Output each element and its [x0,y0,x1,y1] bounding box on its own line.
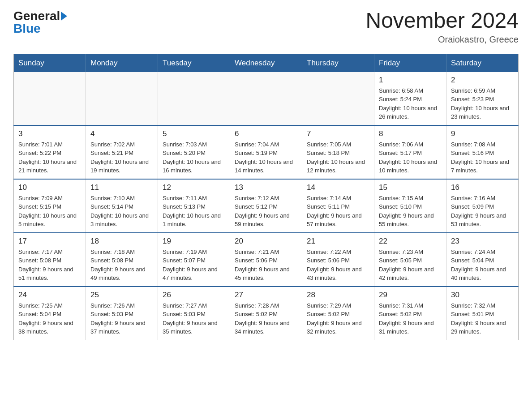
day-number: 3 [18,129,81,138]
day-cell: 23Sunrise: 7:24 AM Sunset: 5:04 PM Dayli… [446,233,519,287]
day-cell: 22Sunrise: 7:23 AM Sunset: 5:05 PM Dayli… [374,233,446,287]
day-number: 23 [451,237,514,246]
day-info: Sunrise: 7:09 AM Sunset: 5:15 PM Dayligh… [18,194,81,229]
day-info: Sunrise: 7:23 AM Sunset: 5:05 PM Dayligh… [379,248,442,283]
day-number: 4 [90,129,153,138]
day-info: Sunrise: 7:21 AM Sunset: 5:06 PM Dayligh… [235,248,297,283]
day-number: 25 [90,291,153,300]
day-cell: 30Sunrise: 7:32 AM Sunset: 5:01 PM Dayli… [446,287,519,340]
day-cell: 26Sunrise: 7:27 AM Sunset: 5:03 PM Dayli… [158,287,230,340]
day-number: 24 [18,291,81,300]
day-info: Sunrise: 7:26 AM Sunset: 5:03 PM Dayligh… [90,301,153,336]
day-cell: 13Sunrise: 7:12 AM Sunset: 5:12 PM Dayli… [230,179,302,233]
day-number: 12 [163,183,225,192]
week-row-4: 17Sunrise: 7:17 AM Sunset: 5:08 PM Dayli… [14,233,519,287]
day-header-wednesday: Wednesday [230,54,302,72]
week-row-2: 3Sunrise: 7:01 AM Sunset: 5:22 PM Daylig… [14,125,519,179]
day-info: Sunrise: 7:01 AM Sunset: 5:22 PM Dayligh… [18,140,81,175]
day-number: 14 [307,183,369,192]
day-number: 13 [235,183,297,192]
day-number: 2 [451,76,514,85]
day-cell: 14Sunrise: 7:14 AM Sunset: 5:11 PM Dayli… [302,179,374,233]
day-number: 16 [451,183,514,192]
day-number: 8 [379,129,442,138]
day-number: 18 [90,237,153,246]
day-cell: 21Sunrise: 7:22 AM Sunset: 5:06 PM Dayli… [302,233,374,287]
week-row-5: 24Sunrise: 7:25 AM Sunset: 5:04 PM Dayli… [14,287,519,340]
day-cell: 7Sunrise: 7:05 AM Sunset: 5:18 PM Daylig… [302,125,374,179]
logo: General Blue [13,9,67,36]
day-info: Sunrise: 6:59 AM Sunset: 5:23 PM Dayligh… [451,86,514,121]
day-number: 6 [235,129,297,138]
day-info: Sunrise: 7:14 AM Sunset: 5:11 PM Dayligh… [307,194,369,229]
day-info: Sunrise: 7:17 AM Sunset: 5:08 PM Dayligh… [18,248,81,283]
location-text: Oraiokastro, Greece [365,34,519,45]
day-number: 21 [307,237,369,246]
day-number: 17 [18,237,81,246]
day-cell: 27Sunrise: 7:28 AM Sunset: 5:02 PM Dayli… [230,287,302,340]
day-number: 1 [379,76,442,85]
day-info: Sunrise: 7:28 AM Sunset: 5:02 PM Dayligh… [235,301,297,336]
day-header-friday: Friday [374,54,446,72]
day-cell [230,72,302,125]
day-cell: 29Sunrise: 7:31 AM Sunset: 5:02 PM Dayli… [374,287,446,340]
day-info: Sunrise: 7:22 AM Sunset: 5:06 PM Dayligh… [307,248,369,283]
day-cell: 17Sunrise: 7:17 AM Sunset: 5:08 PM Dayli… [14,233,86,287]
day-number: 7 [307,129,369,138]
day-info: Sunrise: 7:06 AM Sunset: 5:17 PM Dayligh… [379,140,442,175]
day-number: 29 [379,291,442,300]
day-info: Sunrise: 7:29 AM Sunset: 5:02 PM Dayligh… [307,301,369,336]
day-cell: 3Sunrise: 7:01 AM Sunset: 5:22 PM Daylig… [14,125,86,179]
day-cell: 19Sunrise: 7:19 AM Sunset: 5:07 PM Dayli… [158,233,230,287]
day-info: Sunrise: 6:58 AM Sunset: 5:24 PM Dayligh… [379,86,442,121]
day-info: Sunrise: 7:24 AM Sunset: 5:04 PM Dayligh… [451,248,514,283]
day-cell: 15Sunrise: 7:15 AM Sunset: 5:10 PM Dayli… [374,179,446,233]
day-info: Sunrise: 7:16 AM Sunset: 5:09 PM Dayligh… [451,194,514,229]
day-cell: 11Sunrise: 7:10 AM Sunset: 5:14 PM Dayli… [86,179,158,233]
day-header-thursday: Thursday [302,54,374,72]
day-cell: 28Sunrise: 7:29 AM Sunset: 5:02 PM Dayli… [302,287,374,340]
week-row-1: 1Sunrise: 6:58 AM Sunset: 5:24 PM Daylig… [14,72,519,125]
day-number: 28 [307,291,369,300]
logo-blue-text: Blue [13,21,41,36]
day-cell: 10Sunrise: 7:09 AM Sunset: 5:15 PM Dayli… [14,179,86,233]
day-number: 10 [18,183,81,192]
day-info: Sunrise: 7:10 AM Sunset: 5:14 PM Dayligh… [90,194,153,229]
calendar-table: SundayMondayTuesdayWednesdayThursdayFrid… [13,54,519,340]
day-cell [14,72,86,125]
day-info: Sunrise: 7:02 AM Sunset: 5:21 PM Dayligh… [90,140,153,175]
day-header-saturday: Saturday [446,54,519,72]
day-info: Sunrise: 7:19 AM Sunset: 5:07 PM Dayligh… [163,248,225,283]
day-cell: 5Sunrise: 7:03 AM Sunset: 5:20 PM Daylig… [158,125,230,179]
day-cell: 6Sunrise: 7:04 AM Sunset: 5:19 PM Daylig… [230,125,302,179]
day-info: Sunrise: 7:15 AM Sunset: 5:10 PM Dayligh… [379,194,442,229]
day-cell: 25Sunrise: 7:26 AM Sunset: 5:03 PM Dayli… [86,287,158,340]
day-number: 20 [235,237,297,246]
logo-arrow-icon [61,12,67,21]
day-number: 5 [163,129,225,138]
day-info: Sunrise: 7:04 AM Sunset: 5:19 PM Dayligh… [235,140,297,175]
day-cell: 1Sunrise: 6:58 AM Sunset: 5:24 PM Daylig… [374,72,446,125]
day-info: Sunrise: 7:25 AM Sunset: 5:04 PM Dayligh… [18,301,81,336]
day-info: Sunrise: 7:31 AM Sunset: 5:02 PM Dayligh… [379,301,442,336]
day-number: 19 [163,237,225,246]
day-cell [86,72,158,125]
day-info: Sunrise: 7:05 AM Sunset: 5:18 PM Dayligh… [307,140,369,175]
day-info: Sunrise: 7:32 AM Sunset: 5:01 PM Dayligh… [451,301,514,336]
day-info: Sunrise: 7:18 AM Sunset: 5:08 PM Dayligh… [90,248,153,283]
day-header-monday: Monday [86,54,158,72]
day-cell: 8Sunrise: 7:06 AM Sunset: 5:17 PM Daylig… [374,125,446,179]
day-cell [302,72,374,125]
day-info: Sunrise: 7:12 AM Sunset: 5:12 PM Dayligh… [235,194,297,229]
day-cell: 16Sunrise: 7:16 AM Sunset: 5:09 PM Dayli… [446,179,519,233]
day-number: 11 [90,183,153,192]
day-number: 9 [451,129,514,138]
day-cell: 12Sunrise: 7:11 AM Sunset: 5:13 PM Dayli… [158,179,230,233]
day-cell: 2Sunrise: 6:59 AM Sunset: 5:23 PM Daylig… [446,72,519,125]
title-section: November 2024 Oraiokastro, Greece [365,9,519,45]
day-cell [158,72,230,125]
day-number: 26 [163,291,225,300]
week-row-3: 10Sunrise: 7:09 AM Sunset: 5:15 PM Dayli… [14,179,519,233]
day-cell: 18Sunrise: 7:18 AM Sunset: 5:08 PM Dayli… [86,233,158,287]
month-title: November 2024 [365,9,519,33]
